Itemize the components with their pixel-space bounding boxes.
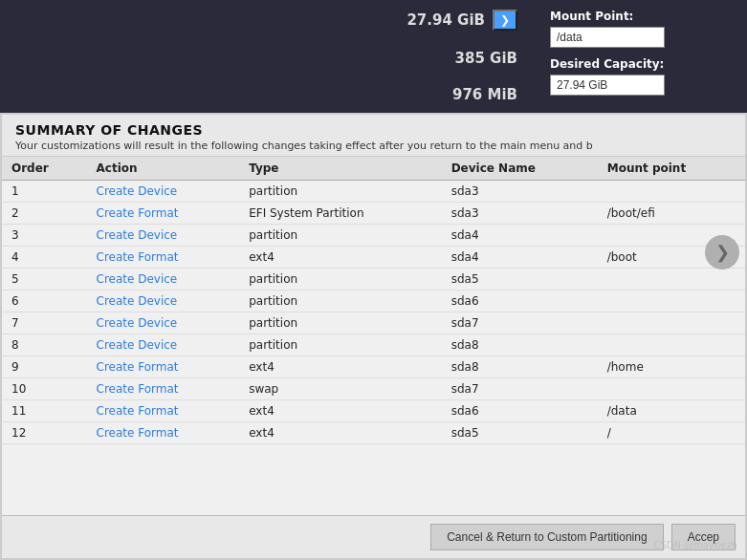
col-device: Device Name: [442, 157, 598, 181]
watermark: CSDN @maybezh: [653, 540, 737, 550]
cell-type: swap: [239, 378, 442, 400]
next-button[interactable]: ❯: [705, 235, 739, 269]
cell-mount: [598, 312, 745, 334]
cell-order: 8: [2, 334, 87, 356]
cell-type: partition: [239, 225, 442, 247]
size-item: 976 MiB: [452, 86, 517, 103]
top-section: 27.94 GiB❯385 GiB976 MiB Mount Point: De…: [0, 0, 747, 113]
size-item: 385 GiB: [455, 50, 517, 67]
desired-capacity-label: Desired Capacity:: [550, 57, 734, 71]
cell-action: Create Device: [87, 269, 240, 291]
cell-device: sda7: [442, 312, 598, 334]
action-link[interactable]: Create Device: [97, 184, 178, 198]
summary-title: SUMMARY OF CHANGES: [15, 122, 732, 138]
action-link[interactable]: Create Device: [97, 338, 178, 352]
cell-order: 9: [2, 356, 87, 378]
summary-table-container: Order Action Type Device Name Mount poin…: [2, 157, 745, 500]
col-order: Order: [2, 157, 87, 181]
table-row: 8Create Devicepartitionsda8: [2, 334, 745, 356]
size-item: 27.94 GiB❯: [406, 10, 517, 31]
cell-device: sda4: [442, 225, 598, 247]
cell-type: EFI System Partition: [239, 203, 442, 225]
cancel-button[interactable]: Cancel & Return to Custom Partitioning: [430, 524, 663, 550]
cell-action: Create Device: [87, 334, 240, 356]
cell-device: sda3: [442, 181, 598, 203]
cell-mount: /home: [598, 356, 745, 378]
cell-device: sda5: [442, 422, 598, 444]
mount-point-label: Mount Point:: [550, 10, 734, 23]
cell-device: sda5: [442, 269, 598, 291]
col-type: Type: [239, 157, 442, 181]
cell-type: partition: [239, 291, 442, 312]
action-link[interactable]: Create Device: [97, 316, 178, 330]
cell-type: partition: [239, 269, 442, 291]
action-link[interactable]: Create Device: [97, 228, 178, 242]
action-link[interactable]: Create Format: [97, 360, 179, 374]
table-row: 4Create Formatext4sda4/boot: [2, 247, 745, 269]
action-link[interactable]: Create Format: [97, 404, 179, 418]
cell-device: sda8: [442, 334, 598, 356]
table-row: 12Create Formatext4sda5/: [2, 422, 745, 444]
cell-type: partition: [239, 312, 442, 334]
cell-action: Create Format: [87, 203, 240, 225]
table-header: Order Action Type Device Name Mount poin…: [2, 157, 745, 181]
cell-type: partition: [239, 181, 442, 203]
table-wrapper: Order Action Type Device Name Mount poin…: [2, 157, 745, 444]
table-row: 10Create Formatswapsda7: [2, 378, 745, 400]
cell-type: ext4: [239, 422, 442, 444]
cell-mount: [598, 378, 745, 400]
cell-order: 12: [2, 422, 87, 444]
cell-device: sda7: [442, 378, 598, 400]
mount-point-input[interactable]: [550, 27, 665, 48]
cell-order: 4: [2, 247, 87, 269]
right-panel: Mount Point: Desired Capacity:: [537, 0, 747, 113]
action-link[interactable]: Create Format: [97, 426, 179, 440]
table-row: 9Create Formatext4sda8/home: [2, 356, 745, 378]
col-action: Action: [87, 157, 240, 181]
cell-device: sda3: [442, 203, 598, 225]
action-link[interactable]: Create Format: [97, 382, 179, 396]
cell-action: Create Device: [87, 312, 240, 334]
cell-action: Create Format: [87, 422, 240, 444]
size-arrow-button[interactable]: ❯: [493, 10, 517, 31]
footer-buttons: Cancel & Return to Custom Partitioning A…: [2, 515, 745, 558]
summary-header: SUMMARY OF CHANGES Your customizations w…: [2, 115, 745, 157]
cell-order: 6: [2, 291, 87, 312]
cell-device: sda6: [442, 400, 598, 422]
cell-type: partition: [239, 334, 442, 356]
cell-order: 1: [2, 181, 87, 203]
cell-device: sda4: [442, 247, 598, 269]
table-row: 7Create Devicepartitionsda7: [2, 312, 745, 334]
table-row: 3Create Devicepartitionsda4: [2, 225, 745, 247]
summary-description: Your customizations will result in the f…: [15, 140, 732, 152]
action-link[interactable]: Create Device: [97, 294, 178, 308]
cell-mount: [598, 181, 745, 203]
cell-action: Create Device: [87, 225, 240, 247]
table-row: 2Create FormatEFI System Partitionsda3/b…: [2, 203, 745, 225]
cell-order: 10: [2, 378, 87, 400]
table-row: 6Create Devicepartitionsda6: [2, 291, 745, 312]
action-link[interactable]: Create Device: [97, 272, 178, 286]
cell-order: 3: [2, 225, 87, 247]
action-link[interactable]: Create Format: [97, 250, 179, 264]
desired-capacity-input[interactable]: [550, 75, 665, 96]
cell-mount: [598, 269, 745, 291]
cell-device: sda8: [442, 356, 598, 378]
cell-order: 11: [2, 400, 87, 422]
table-row: 1Create Devicepartitionsda3: [2, 181, 745, 203]
table-body: 1Create Devicepartitionsda32Create Forma…: [2, 181, 745, 444]
cell-mount: [598, 291, 745, 312]
cell-type: ext4: [239, 247, 442, 269]
action-link[interactable]: Create Format: [97, 206, 179, 220]
summary-panel: SUMMARY OF CHANGES Your customizations w…: [0, 113, 747, 560]
cell-mount: /: [598, 422, 745, 444]
cell-device: sda6: [442, 291, 598, 312]
cell-mount: [598, 334, 745, 356]
table-row: 5Create Devicepartitionsda5: [2, 269, 745, 291]
cell-type: ext4: [239, 356, 442, 378]
cell-action: Create Format: [87, 378, 240, 400]
col-mount: Mount point: [598, 157, 745, 181]
table-row: 11Create Formatext4sda6/data: [2, 400, 745, 422]
cell-mount: /boot/efi: [598, 203, 745, 225]
cell-order: 5: [2, 269, 87, 291]
